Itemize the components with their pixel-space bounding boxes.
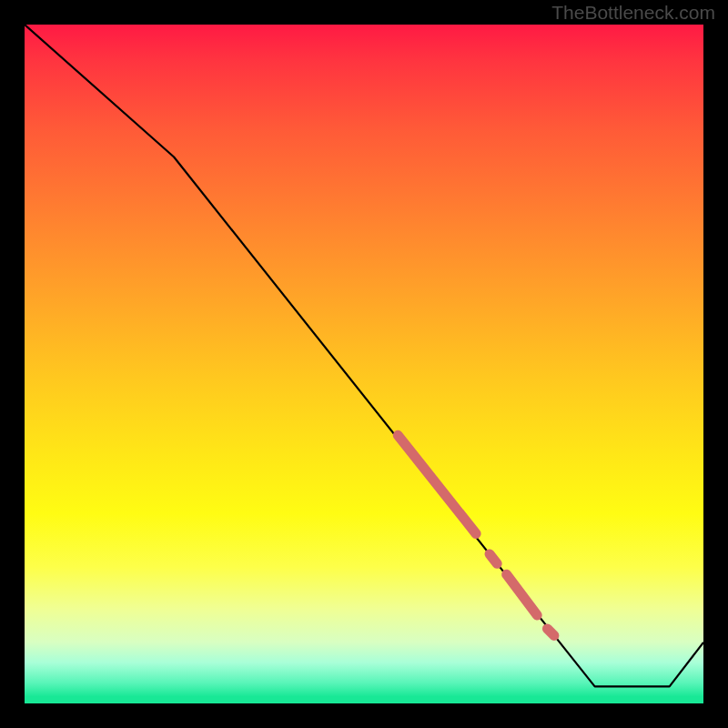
- chart-svg: [25, 25, 703, 703]
- highlight-segment: [398, 435, 476, 533]
- main-curve: [25, 25, 703, 686]
- highlight-group: [398, 435, 554, 635]
- plot-area: [25, 25, 703, 703]
- highlight-segment: [547, 629, 553, 635]
- highlight-segment: [490, 554, 497, 563]
- chart-container: TheBottleneck.com: [0, 0, 728, 728]
- watermark-text: TheBottleneck.com: [551, 2, 715, 24]
- highlight-segment: [507, 574, 538, 615]
